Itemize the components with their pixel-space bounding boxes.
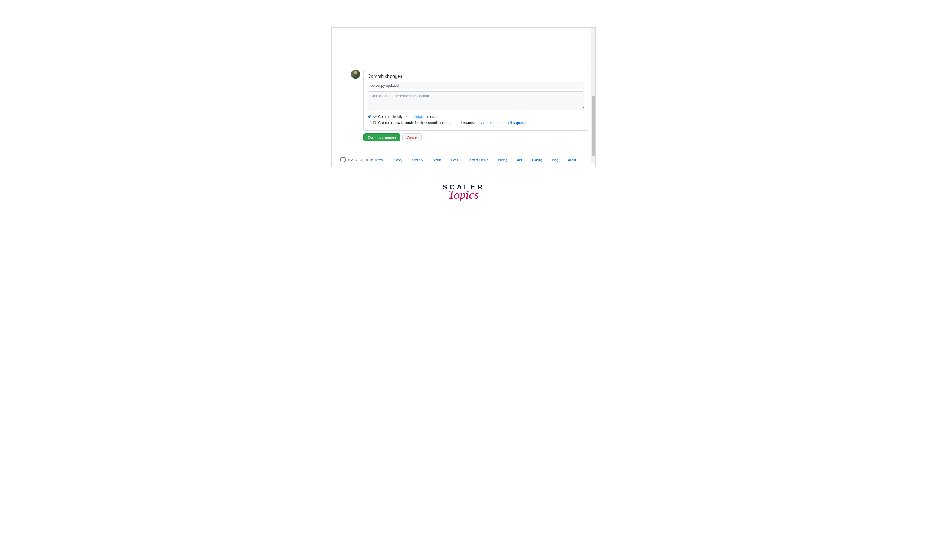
screenshot-frame: Commit changes Commit directly to the ma… — [331, 27, 596, 167]
scaler-logo-bottom: Topics — [273, 189, 654, 201]
git-commit-icon — [373, 115, 377, 118]
footer-links: Terms Privacy Security Status Docs Conta… — [374, 158, 576, 162]
commit-description-textarea[interactable] — [368, 91, 584, 110]
footer-link-security[interactable]: Security — [412, 158, 423, 162]
footer-copyright: © 2022 GitHub, Inc. — [348, 158, 374, 162]
commit-direct-option[interactable]: Commit directly to the main branch. — [368, 114, 584, 118]
footer-link-api[interactable]: API — [517, 158, 522, 162]
commit-newbranch-radio[interactable] — [368, 121, 371, 124]
scrollbar[interactable] — [591, 28, 595, 163]
avatar[interactable] — [351, 70, 360, 79]
commit-direct-radio[interactable] — [368, 115, 371, 118]
footer-link-terms[interactable]: Terms — [375, 158, 383, 162]
branch-chip: main — [414, 114, 424, 118]
commit-direct-text-prefix: Commit directly to the — [378, 114, 412, 118]
footer-link-blog[interactable]: Blog — [552, 158, 558, 162]
commit-changes-button[interactable]: Commit changes — [363, 133, 400, 141]
git-pull-request-icon — [373, 121, 377, 124]
code-editor-body[interactable] — [351, 28, 588, 66]
cancel-button[interactable]: Cancel — [403, 133, 421, 141]
newbranch-middle: for this commit and start a pull request… — [415, 120, 476, 124]
scaler-watermark: SCALER Topics — [273, 184, 654, 201]
footer-link-about[interactable]: About — [568, 158, 576, 162]
commit-newbranch-option[interactable]: Create a new branch for this commit and … — [368, 120, 584, 124]
footer-link-docs[interactable]: Docs — [451, 158, 458, 162]
newbranch-prefix: Create a — [378, 120, 392, 124]
commit-summary-input[interactable] — [368, 82, 584, 89]
footer-link-training[interactable]: Training — [532, 158, 542, 162]
github-mark-icon[interactable] — [340, 157, 346, 163]
footer-link-privacy[interactable]: Privacy — [392, 158, 402, 162]
scrollbar-thumb[interactable] — [592, 96, 595, 156]
footer-link-contact[interactable]: Contact GitHub — [468, 158, 488, 162]
commit-direct-text-suffix: branch. — [426, 114, 437, 118]
footer: © 2022 GitHub, Inc. Terms Privacy Securi… — [339, 149, 588, 163]
footer-link-status[interactable]: Status — [433, 158, 441, 162]
newbranch-strong: new branch — [394, 120, 413, 124]
learn-more-link[interactable]: Learn more about pull requests. — [477, 120, 527, 124]
commit-heading: Commit changes — [368, 74, 584, 79]
commit-panel: Commit changes Commit directly to the ma… — [363, 70, 588, 131]
footer-link-pricing[interactable]: Pricing — [498, 158, 508, 162]
